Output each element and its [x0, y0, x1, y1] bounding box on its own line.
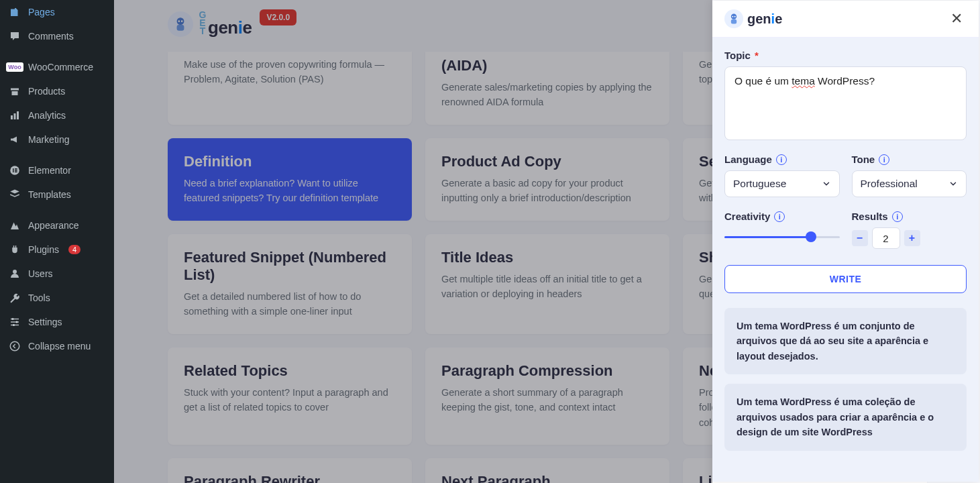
svg-point-17 — [10, 341, 19, 351]
svg-rect-7 — [15, 168, 17, 170]
sidebar-item-elementor[interactable]: Elementor — [0, 158, 114, 182]
version-badge: V2.0.0 — [260, 9, 296, 25]
sidebar-item-marketing[interactable]: Marketing — [0, 127, 114, 152]
svg-point-24 — [732, 16, 733, 17]
svg-rect-0 — [11, 89, 19, 91]
result-card[interactable]: Um tema WordPress é um conjunto de arqui… — [724, 308, 967, 374]
update-badge: 4 — [68, 245, 80, 254]
template-card[interactable]: Featured Snippet (Numbered List)Get a de… — [168, 234, 412, 334]
info-icon[interactable]: i — [776, 154, 787, 165]
card-desc: Make use of the proven copywriting formu… — [184, 57, 396, 87]
tone-label: Tonei — [852, 154, 967, 165]
svg-rect-1 — [12, 91, 18, 95]
marketing-icon — [8, 133, 21, 146]
close-icon[interactable]: ✕ — [946, 9, 967, 29]
increase-button[interactable]: + — [904, 230, 920, 246]
analytics-icon — [8, 109, 21, 122]
settings-icon — [8, 315, 21, 329]
template-card[interactable]: DefinitionNeed a brief explanation? Want… — [168, 138, 412, 221]
template-card[interactable]: Paragraph CompressionGenerate a short su… — [425, 347, 669, 445]
card-desc: Generate a basic ad copy for your produc… — [441, 176, 653, 206]
sidebar-item-products[interactable]: Products — [0, 79, 114, 103]
sidebar-item-templates[interactable]: Templates — [0, 182, 114, 207]
sidebar-item-woocommerce[interactable]: WooWooCommerce — [0, 55, 114, 79]
sidebar-item-comments[interactable]: Comments — [0, 24, 114, 48]
svg-point-22 — [731, 14, 737, 19]
results-label: Resultsi — [852, 211, 967, 222]
template-card[interactable]: Paragraph RewriterPut a new and unique s… — [168, 458, 412, 483]
templates-icon — [8, 188, 21, 201]
results-input[interactable] — [872, 227, 900, 249]
sidebar-item-appearance[interactable]: Appearance — [0, 213, 114, 237]
info-icon[interactable]: i — [879, 154, 889, 165]
card-desc: Stuck with your content? Input a paragra… — [184, 385, 396, 415]
card-title: Related Topics — [184, 362, 396, 380]
result-card[interactable]: Um tema WordPress é uma coleção de arqui… — [724, 384, 967, 450]
chevron-down-icon — [822, 179, 831, 189]
card-title: Paragraph Rewriter — [184, 473, 396, 483]
tone-select[interactable]: Professional — [852, 170, 967, 197]
sidebar-item-tools[interactable]: Tools — [0, 286, 114, 310]
svg-rect-2 — [11, 115, 13, 119]
sidebar-item-label: Marketing — [28, 134, 69, 145]
svg-rect-6 — [13, 168, 14, 172]
topic-input[interactable]: O que é um tema WordPress? — [724, 66, 967, 140]
card-title: Paragraph Compression — [441, 362, 653, 380]
svg-point-18 — [177, 17, 184, 25]
creativity-slider[interactable] — [724, 230, 840, 244]
creativity-label: Creativityi — [724, 211, 840, 222]
sidebar-item-users[interactable]: Users — [0, 262, 114, 286]
woo-icon: Woo — [8, 60, 21, 74]
card-title: Featured Snippet (Numbered List) — [184, 249, 396, 284]
template-card[interactable]: Make use of the proven copywriting formu… — [168, 52, 412, 125]
info-icon[interactable]: i — [892, 211, 903, 222]
sidebar-item-pages[interactable]: Pages — [0, 0, 114, 24]
sidebar-item-plugins[interactable]: Plugins4 — [0, 237, 114, 262]
decrease-button[interactable]: − — [852, 230, 868, 246]
pages-icon — [8, 5, 21, 19]
sidebar-item-label: Elementor — [28, 165, 71, 176]
appearance-icon — [8, 219, 21, 232]
comments-icon — [8, 30, 21, 43]
card-title: Next Paragraph — [441, 473, 653, 483]
template-card[interactable]: Related TopicsStuck with your content? I… — [168, 347, 412, 445]
language-label: Languagei — [724, 154, 840, 165]
svg-rect-23 — [731, 19, 737, 24]
svg-rect-3 — [14, 113, 16, 119]
write-button[interactable]: WRITE — [724, 265, 967, 293]
sidebar-item-label: Analytics — [28, 110, 66, 121]
genie-panel: genie ✕ Topic* O que é um tema WordPress… — [712, 1, 979, 482]
template-card[interactable]: Next ParagraphInput your paragraph/lines… — [425, 458, 669, 483]
svg-rect-8 — [15, 170, 17, 171]
info-icon[interactable]: i — [774, 211, 785, 222]
template-card[interactable]: Product Ad CopyGenerate a basic ad copy … — [425, 138, 669, 221]
card-desc: Generate a short summary of a paragraph … — [441, 385, 653, 415]
svg-point-16 — [13, 324, 15, 326]
svg-rect-4 — [17, 111, 19, 119]
sidebar-item-settings[interactable]: Settings — [0, 310, 114, 334]
robot-icon — [724, 9, 743, 28]
panel-header: genie ✕ — [712, 1, 979, 38]
template-card[interactable]: Title IdeasGet multiple title ideas off … — [425, 234, 669, 334]
robot-icon — [168, 11, 193, 37]
sidebar-item-label: WooCommerce — [28, 62, 93, 72]
sidebar-item-label: Users — [28, 268, 53, 279]
template-card[interactable]: (AIDA)Generate sales/marketing copies by… — [425, 52, 669, 125]
svg-point-14 — [12, 318, 14, 320]
sidebar-item-analytics[interactable]: Analytics — [0, 103, 114, 127]
svg-point-21 — [181, 20, 183, 22]
sidebar-item-label: Templates — [28, 189, 71, 200]
card-desc: Need a brief explanation? Want to utiliz… — [184, 176, 396, 206]
sidebar-item-label: Pages — [28, 7, 55, 17]
svg-point-25 — [734, 16, 736, 17]
getgenie-logo: GETgenie V2.0.0 — [168, 9, 296, 38]
tools-icon — [8, 291, 21, 305]
svg-point-10 — [13, 270, 17, 274]
elementor-icon — [8, 164, 21, 177]
svg-rect-9 — [15, 172, 17, 173]
language-select[interactable]: Portuguese — [724, 170, 840, 197]
sidebar-item-collapse-menu[interactable]: Collapse menu — [0, 334, 114, 358]
sidebar-item-label: Settings — [28, 317, 62, 327]
sidebar-item-label: Plugins — [28, 244, 59, 255]
card-desc: Generate sales/marketing copies by apply… — [441, 80, 653, 110]
